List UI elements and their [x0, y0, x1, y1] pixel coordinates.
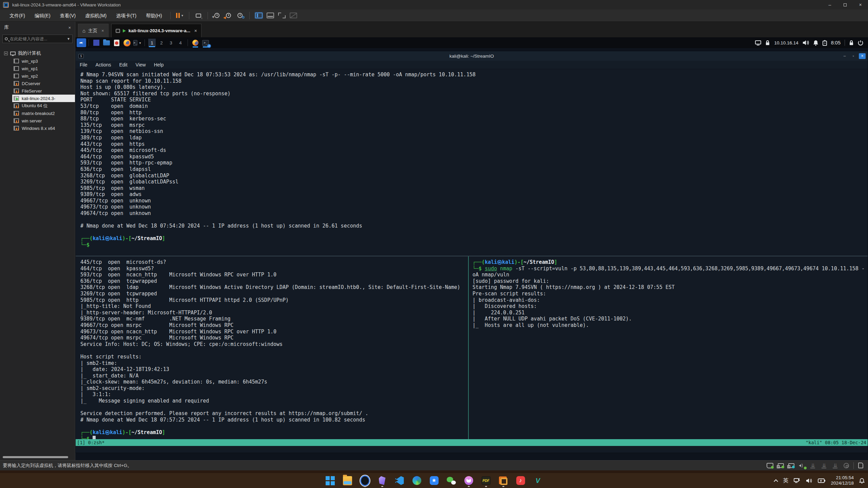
tray-clock[interactable]: 21:05:54 2024/12/18: [831, 475, 854, 486]
chevron-down-icon[interactable]: ▼: [67, 37, 70, 41]
vm-list-item-win_xp1[interactable]: win_xp1: [0, 65, 75, 72]
tmux-pane-bottom-right[interactable]: ┌──(kali㉿kali)-[~/StreamIO]└─$ sudo nmap…: [469, 256, 868, 446]
vmware-menu-item-5[interactable]: 帮助(H): [141, 9, 167, 22]
network-adapter-icon[interactable]: [778, 463, 784, 468]
obsidian-button[interactable]: [377, 474, 387, 487]
library-close-icon[interactable]: ×: [68, 25, 71, 30]
edge-button[interactable]: [412, 474, 422, 487]
cat-app-button[interactable]: [464, 474, 474, 487]
search-input[interactable]: [10, 37, 65, 41]
vscode-button[interactable]: [394, 474, 405, 487]
vmware-menu-item-4[interactable]: 选项卡(T): [111, 9, 141, 22]
text-editor-icon[interactable]: [113, 39, 120, 46]
workspace-3[interactable]: 3: [167, 39, 175, 47]
input-language-indicator[interactable]: 英: [783, 477, 788, 484]
tmux-pane-top[interactable]: # Nmap 7.94SVN scan initiated Wed Dec 18…: [76, 69, 868, 253]
usb-device-icon[interactable]: [810, 463, 817, 468]
volume-icon[interactable]: [803, 40, 809, 45]
tree-root-my-computer[interactable]: 我的计算机: [0, 49, 75, 57]
fullscreen-button[interactable]: [277, 11, 287, 21]
tmux-pane-bottom-left[interactable]: 445/tcp open microsoft-ds?464/tcp open k…: [76, 256, 468, 446]
cdrom-status-icon[interactable]: [844, 463, 849, 468]
vm-list-item-win_xp2[interactable]: win_xp2: [0, 72, 75, 80]
terminal-launcher-icon[interactable]: >_▾: [133, 39, 141, 46]
terminal-minimize-button[interactable]: –: [841, 53, 848, 59]
browser-button[interactable]: [360, 474, 370, 487]
vm-list-item-DCserver[interactable]: DCserver: [0, 80, 75, 87]
maximize-button[interactable]: [837, 0, 853, 9]
vm-list-item-win_server[interactable]: win server: [0, 117, 75, 124]
hard-disk-status-icon[interactable]: [767, 463, 773, 468]
tab-close-icon[interactable]: ×: [101, 28, 104, 33]
file-explorer-button[interactable]: [343, 474, 353, 487]
lock-screen-icon[interactable]: [849, 40, 854, 45]
app-launcher-icon[interactable]: [93, 39, 100, 46]
vmware-menu-item-1[interactable]: 编辑(E): [30, 9, 55, 22]
notifications-bell-icon[interactable]: [813, 40, 818, 46]
usb-device-icon[interactable]: [832, 463, 839, 468]
tray-expand-icon[interactable]: [774, 479, 778, 484]
vmware-menu-item-3[interactable]: 虚拟机(M): [80, 9, 111, 22]
workspace-1[interactable]: 1: [148, 39, 156, 47]
vm-list-item-FileServer[interactable]: FileServer: [0, 87, 75, 95]
suspend-vm-button[interactable]: ▾: [175, 11, 185, 21]
network-icon[interactable]: [755, 40, 761, 45]
terminal-menu-edit[interactable]: Edit: [119, 62, 127, 67]
vmware-menu-item-0[interactable]: 文件(F): [5, 9, 30, 22]
sidebar-horizontal-scrollbar[interactable]: [3, 456, 68, 458]
workspace-4[interactable]: 4: [177, 39, 184, 47]
send-ctrl-alt-del-button[interactable]: [193, 11, 204, 21]
library-search[interactable]: ▼: [2, 35, 73, 43]
vm-list-item-Windows_8_x_x64[interactable]: Windows 8.x x64: [0, 124, 75, 132]
terminal-menu-file[interactable]: File: [80, 62, 88, 67]
firefox-icon[interactable]: [123, 39, 131, 46]
toggle-thumbnail-bar-button[interactable]: [265, 11, 275, 21]
tray-battery-icon[interactable]: [818, 479, 825, 483]
unity-mode-button[interactable]: [288, 11, 298, 21]
vpn-ip-address[interactable]: 10.10.16.14: [774, 40, 798, 45]
taskbar-terminal-window[interactable]: >_ 2: [202, 39, 209, 46]
logout-icon[interactable]: [858, 40, 863, 45]
file-manager-icon[interactable]: [103, 39, 110, 46]
terminal-content[interactable]: # Nmap 7.94SVN scan initiated Wed Dec 18…: [76, 69, 868, 446]
vmware-workstation-button[interactable]: [498, 474, 508, 487]
chat-app-button[interactable]: *: [429, 474, 439, 487]
usb-device-icon[interactable]: [821, 463, 828, 468]
remote-desktop-button[interactable]: V: [533, 474, 543, 487]
terminal-window[interactable]: $ kali@kali: ~/StreamIO – ▫ × FileAction…: [75, 51, 868, 453]
wechat-button[interactable]: [446, 474, 457, 487]
vm-list-item-kali-linux-2024_3-[interactable]: kali-linux-2024.3-: [0, 95, 75, 102]
close-button[interactable]: ×: [853, 0, 868, 9]
battery-icon[interactable]: [823, 40, 827, 46]
vm-list-item-win_xp3[interactable]: win_xp3: [0, 57, 75, 65]
tmux-vertical-divider[interactable]: [468, 256, 469, 446]
netease-music-button[interactable]: ♪: [516, 474, 526, 487]
vm-console-screen[interactable]: IIS Windows ServerKali Linux Kali Tools …: [75, 37, 868, 460]
terminal-menu-help[interactable]: Help: [154, 62, 164, 67]
minimize-button[interactable]: –: [822, 0, 837, 9]
pdf-reader-button[interactable]: PDF: [481, 474, 491, 487]
tray-volume-icon[interactable]: [806, 478, 812, 483]
taskbar-firefox-window[interactable]: [192, 39, 199, 46]
sound-status-icon[interactable]: [799, 463, 806, 468]
revert-snapshot-button[interactable]: [224, 11, 234, 21]
vpn-lock-icon[interactable]: [765, 40, 770, 45]
network-adapter2-icon[interactable]: [788, 463, 794, 468]
tab-close-icon[interactable]: ×: [194, 28, 197, 33]
vm-list-item-Ubuntu_64__[interactable]: Ubuntu 64 位: [0, 102, 75, 110]
toggle-library-button[interactable]: [254, 11, 264, 21]
message-log-icon[interactable]: [858, 463, 863, 468]
collapse-icon[interactable]: [4, 52, 8, 55]
tray-notifications-icon[interactable]: [859, 478, 865, 484]
vm-list-item-matrix-breakout2[interactable]: matrix-breakout2: [0, 110, 75, 117]
workspace-2[interactable]: 2: [158, 39, 165, 47]
start-button[interactable]: [325, 474, 335, 487]
take-snapshot-button[interactable]: [212, 11, 222, 21]
panel-clock[interactable]: 8:05: [831, 40, 841, 45]
vmware-menu-item-2[interactable]: 查看(V): [55, 9, 81, 22]
tab-home[interactable]: ⌂ 主页 ×: [78, 24, 109, 37]
terminal-close-button[interactable]: ×: [859, 53, 866, 59]
terminal-titlebar[interactable]: $ kali@kali: ~/StreamIO – ▫ ×: [76, 51, 868, 61]
kali-menu-button[interactable]: [77, 38, 86, 47]
tab-kali-vm[interactable]: kali-linux-2024.3-vmware-a... ×: [111, 24, 201, 37]
